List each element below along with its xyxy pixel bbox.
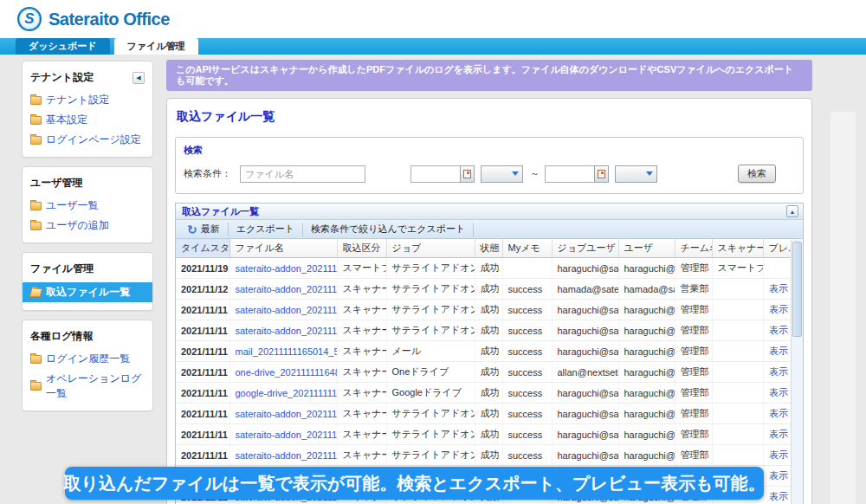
- sidebar-item-label: ユーザ一覧: [46, 198, 99, 213]
- cell-timestamp: 2021/11/19 ...: [176, 258, 229, 279]
- column-header[interactable]: タイムスタン...: [176, 239, 229, 258]
- column-header[interactable]: ユーザ: [618, 239, 675, 258]
- preview-link[interactable]: 表示: [769, 429, 788, 439]
- page-scrollbar[interactable]: [830, 112, 856, 504]
- cell-status: 成功: [475, 383, 502, 404]
- sidebar-item[interactable]: オペレーションログ一覧: [23, 369, 152, 404]
- main-panel: 取込ファイル一覧 検索 検索条件： ～: [166, 98, 812, 504]
- preview-link[interactable]: 表示: [769, 470, 788, 481]
- cell-scanner: [712, 383, 763, 404]
- column-header[interactable]: 状態: [475, 239, 502, 258]
- preview-link[interactable]: 表示: [769, 491, 788, 501]
- table-row: 2021/11/12 ...sateraito-addon_2021111218…: [176, 279, 794, 300]
- table-header-row: タイムスタン...ファイル名取込区分ジョブ状態Myメモジョブユーザユーザチーム名…: [176, 239, 794, 258]
- column-header[interactable]: ジョブユーザ: [552, 239, 618, 258]
- file-link[interactable]: google-drive_2021111116465...: [236, 388, 338, 398]
- preview-link[interactable]: 表示: [769, 387, 788, 397]
- cell-job: メール: [386, 341, 475, 362]
- panel-collapse-button[interactable]: ▲: [786, 205, 798, 217]
- refresh-icon: ↻: [187, 224, 197, 235]
- column-header[interactable]: ファイル名: [229, 239, 337, 258]
- column-header[interactable]: Myメモ: [502, 239, 552, 258]
- cell-preview: 表示: [763, 445, 794, 466]
- table-vertical-scrollbar[interactable]: [791, 240, 803, 504]
- cell-job-user: haraguchi@sat...: [552, 445, 618, 466]
- sidebar-group-title: ファイル管理: [23, 259, 152, 281]
- sidebar-item[interactable]: ユーザの追加: [23, 216, 152, 236]
- cell-filename: sateraito-addon_20211111135...: [229, 424, 337, 445]
- cell-job: サテライトアドオン: [386, 404, 475, 424]
- file-link[interactable]: sateraito-addon_20211111170...: [236, 326, 338, 336]
- file-link[interactable]: sateraito-addon_20211111155...: [236, 409, 338, 419]
- time-to-select[interactable]: [615, 165, 657, 183]
- chevron-down-icon: [646, 171, 653, 176]
- filtered-export-button[interactable]: 検索条件で絞り込んでエクスポート: [303, 223, 474, 236]
- preview-link[interactable]: 表示: [769, 449, 788, 460]
- date-to-calendar-button[interactable]: [594, 165, 609, 183]
- cell-memo: success: [502, 279, 552, 300]
- cell-user: haraguchi@sat...: [618, 424, 675, 445]
- tab-file-management[interactable]: ファイル管理: [114, 38, 198, 55]
- date-from-calendar-button[interactable]: [460, 165, 475, 183]
- preview-link[interactable]: 表示: [769, 304, 788, 314]
- sidebar-item[interactable]: ユーザ一覧: [23, 196, 152, 216]
- sidebar-item[interactable]: テナント設定: [23, 90, 152, 110]
- search-section-title: 検索: [184, 144, 795, 157]
- file-link[interactable]: mail_20211111165014_54.pdf: [236, 346, 338, 357]
- file-link[interactable]: sateraito-addon_20211112180...: [236, 284, 338, 294]
- cell-job: サテライトアドオン: [386, 300, 475, 320]
- table-toolbar: ↻ 最新 エクスポート 検索条件で絞り込んでエクスポート: [176, 220, 803, 239]
- cell-memo: success: [502, 404, 552, 424]
- column-header[interactable]: チーム名...: [675, 239, 712, 258]
- cell-job: サテライトアドオン: [386, 258, 475, 279]
- preview-link[interactable]: 表示: [769, 325, 788, 335]
- export-button[interactable]: エクスポート: [229, 223, 303, 236]
- column-header[interactable]: スキャナー: [712, 239, 763, 258]
- table-row: 2021/11/11 1...sateraito-addon_202111111…: [176, 424, 794, 445]
- refresh-button[interactable]: ↻ 最新: [179, 223, 229, 236]
- folder-icon: [30, 355, 42, 364]
- cell-timestamp: 2021/11/11 1...: [176, 404, 229, 424]
- cell-timestamp: 2021/11/11 1...: [176, 424, 229, 445]
- sidebar-item[interactable]: ログインページ設定: [23, 130, 152, 150]
- cell-preview: 表示: [763, 424, 794, 445]
- preview-link[interactable]: 表示: [769, 366, 788, 377]
- column-header[interactable]: 取込区分: [337, 239, 386, 258]
- file-link[interactable]: one-drive_20211111164804_5...: [236, 367, 338, 378]
- cell-preview: 表示: [763, 383, 794, 404]
- cell-job: サテライトアドオン: [386, 445, 475, 466]
- preview-link[interactable]: 表示: [769, 346, 788, 356]
- file-link[interactable]: sateraito-addon_20211111135...: [236, 430, 338, 440]
- cell-filename: sateraito-addon_20211112180...: [229, 279, 337, 300]
- cell-job-user: haraguchi@sat...: [552, 300, 618, 320]
- file-link[interactable]: sateraito-addon_20211111135...: [236, 450, 338, 461]
- date-to-input[interactable]: [545, 165, 594, 183]
- app-logo[interactable]: S Sateraito Office: [17, 7, 170, 31]
- cell-timestamp: 2021/11/12 ...: [176, 279, 229, 300]
- logo-text: Sateraito Office: [48, 10, 170, 29]
- filename-search-input[interactable]: [240, 165, 365, 183]
- preview-link[interactable]: 表示: [769, 408, 788, 418]
- tab-dashboard[interactable]: ダッシュボード: [16, 38, 110, 55]
- date-from-input[interactable]: [410, 165, 460, 183]
- preview-link[interactable]: 表示: [769, 283, 788, 294]
- table-row: 2021/11/11 1...one-drive_20211111164804_…: [176, 362, 794, 383]
- search-button[interactable]: 検索: [738, 165, 776, 183]
- page-title: 取込ファイル一覧: [177, 109, 802, 125]
- cell-preview: 表示: [763, 466, 794, 487]
- cell-timestamp: 2021/11/11 1...: [176, 383, 229, 404]
- cell-user: hamada@sater...: [618, 279, 675, 300]
- sidebar-item[interactable]: 基本設定: [23, 110, 152, 130]
- scrollbar-thumb[interactable]: [792, 242, 802, 337]
- sidebar-item[interactable]: 取込ファイル一覧: [23, 282, 152, 302]
- time-from-select[interactable]: [481, 165, 523, 183]
- file-link[interactable]: sateraito-addon_20211119150...: [236, 263, 338, 274]
- sidebar-item[interactable]: ログイン履歴一覧: [23, 349, 152, 369]
- file-link[interactable]: sateraito-addon_20211111182...: [236, 305, 338, 315]
- cell-status: 成功: [475, 362, 502, 383]
- column-header[interactable]: プレ...: [763, 239, 794, 258]
- cell-user: haraguchi@sat...: [618, 362, 675, 383]
- column-header[interactable]: ジョブ: [386, 239, 475, 258]
- cell-job-user: haraguchi@sat...: [552, 424, 618, 445]
- sidebar-collapse-button[interactable]: ◀: [132, 72, 145, 84]
